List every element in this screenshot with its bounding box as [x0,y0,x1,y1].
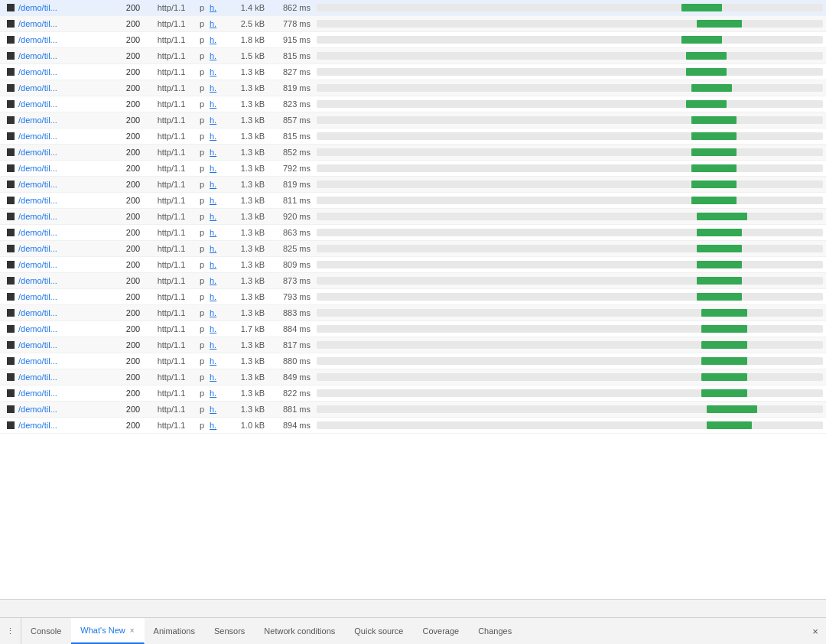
row-initiator[interactable]: h. [210,292,225,301]
row-name[interactable]: /demo/til... [18,405,118,414]
row-name[interactable]: /demo/til... [18,260,118,269]
row-name[interactable]: /demo/til... [18,228,118,237]
row-initiator[interactable]: h. [210,405,225,414]
row-checkbox[interactable] [3,4,18,11]
row-initiator[interactable]: h. [210,51,225,60]
table-row[interactable]: /demo/til... 200 http/1.1 p h. 1.3 kB 85… [0,145,826,161]
row-checkbox[interactable] [3,261,18,268]
table-row[interactable]: /demo/til... 200 http/1.1 p h. 1.3 kB 85… [0,112,826,128]
tab-close-button[interactable]: × [130,626,135,635]
row-name[interactable]: /demo/til... [18,340,118,350]
row-name[interactable]: /demo/til... [18,244,118,253]
row-checkbox[interactable] [3,213,18,220]
row-initiator[interactable]: h. [210,228,225,237]
row-checkbox[interactable] [3,20,18,28]
table-row[interactable]: /demo/til... 200 http/1.1 p h. 1.3 kB 82… [0,241,826,257]
row-initiator[interactable]: h. [210,132,225,141]
table-row[interactable]: /demo/til... 200 http/1.1 p h. 1.3 kB 82… [0,385,826,402]
row-checkbox[interactable] [3,84,18,92]
table-row[interactable]: /demo/til... 200 http/1.1 p h. 1.3 kB 82… [0,96,826,112]
row-checkbox[interactable] [3,148,18,156]
row-initiator[interactable]: h. [210,308,225,317]
row-name[interactable]: /demo/til... [18,180,118,189]
table-row[interactable]: /demo/til... 200 http/1.1 p h. 1.3 kB 79… [0,161,826,177]
row-name[interactable]: /demo/til... [18,372,118,382]
row-initiator[interactable]: h. [210,212,225,221]
row-initiator[interactable]: h. [210,35,225,44]
row-initiator[interactable]: h. [210,421,225,430]
row-initiator[interactable]: h. [210,115,225,125]
row-checkbox[interactable] [3,373,18,381]
row-checkbox[interactable] [3,36,18,44]
row-initiator[interactable]: h. [210,3,225,12]
row-name[interactable]: /demo/til... [18,276,118,285]
tab-changes[interactable]: Changes [469,618,522,644]
table-row[interactable]: /demo/til... 200 http/1.1 p h. 1.3 kB 82… [0,64,826,80]
table-row[interactable]: /demo/til... 200 http/1.1 p h. 2.5 kB 77… [0,16,826,32]
row-initiator[interactable]: h. [210,244,225,253]
row-name[interactable]: /demo/til... [18,132,118,141]
row-name[interactable]: /demo/til... [18,35,118,44]
tab-quick-source[interactable]: Quick source [345,618,413,644]
row-initiator[interactable]: h. [210,324,225,333]
drawer-toggle[interactable]: ⋮ [0,618,21,644]
table-row[interactable]: /demo/til... 200 http/1.1 p h. 1.8 kB 91… [0,32,826,48]
row-initiator[interactable]: h. [210,276,225,285]
row-checkbox[interactable] [3,357,18,365]
row-checkbox[interactable] [3,100,18,108]
row-checkbox[interactable] [3,325,18,333]
row-checkbox[interactable] [3,52,18,60]
row-name[interactable]: /demo/til... [18,3,118,12]
row-name[interactable]: /demo/til... [18,99,118,109]
row-name[interactable]: /demo/til... [18,67,118,76]
table-row[interactable]: /demo/til... 200 http/1.1 p h. 1.3 kB 88… [0,353,826,369]
row-checkbox[interactable] [3,68,18,76]
row-checkbox[interactable] [3,277,18,285]
table-row[interactable]: /demo/til... 200 http/1.1 p h. 1.3 kB 80… [0,257,826,273]
row-checkbox[interactable] [3,341,18,349]
row-checkbox[interactable] [3,181,18,188]
row-checkbox[interactable] [3,389,18,397]
table-row[interactable]: /demo/til... 200 http/1.1 p h. 1.0 kB 89… [0,418,826,434]
row-checkbox[interactable] [3,197,18,204]
row-initiator[interactable]: h. [210,99,225,109]
row-name[interactable]: /demo/til... [18,212,118,221]
row-name[interactable]: /demo/til... [18,324,118,333]
row-checkbox[interactable] [3,229,18,236]
tab-network-conditions[interactable]: Network conditions [255,618,345,644]
table-row[interactable]: /demo/til... 200 http/1.1 p h. 1.3 kB 79… [0,289,826,305]
row-name[interactable]: /demo/til... [18,389,118,398]
row-initiator[interactable]: h. [210,148,225,157]
table-row[interactable]: /demo/til... 200 http/1.1 p h. 1.3 kB 87… [0,273,826,289]
table-row[interactable]: /demo/til... 200 http/1.1 p h. 1.3 kB 92… [0,209,826,225]
tab-coverage[interactable]: Coverage [413,618,469,644]
row-name[interactable]: /demo/til... [18,148,118,157]
row-checkbox[interactable] [3,405,18,413]
row-initiator[interactable]: h. [210,83,225,93]
table-row[interactable]: /demo/til... 200 http/1.1 p h. 1.3 kB 86… [0,225,826,241]
row-name[interactable]: /demo/til... [18,115,118,125]
table-row[interactable]: /demo/til... 200 http/1.1 p h. 1.7 kB 88… [0,321,826,337]
row-initiator[interactable]: h. [210,260,225,269]
row-name[interactable]: /demo/til... [18,196,118,205]
tab-sensors[interactable]: Sensors [205,618,255,644]
row-name[interactable]: /demo/til... [18,308,118,317]
table-row[interactable]: /demo/til... 200 http/1.1 p h. 1.3 kB 81… [0,337,826,353]
tab-animations[interactable]: Animations [145,618,205,644]
tab-console[interactable]: Console [21,618,71,644]
table-row[interactable]: /demo/til... 200 http/1.1 p h. 1.3 kB 84… [0,369,826,385]
row-initiator[interactable]: h. [210,356,225,366]
row-initiator[interactable]: h. [210,389,225,398]
row-checkbox[interactable] [3,421,18,429]
table-row[interactable]: /demo/til... 200 http/1.1 p h. 1.3 kB 81… [0,177,826,193]
tab-what-s-new[interactable]: What's New× [71,618,144,644]
row-initiator[interactable]: h. [210,340,225,350]
table-row[interactable]: /demo/til... 200 http/1.1 p h. 1.3 kB 81… [0,193,826,209]
row-checkbox[interactable] [3,116,18,124]
row-initiator[interactable]: h. [210,196,225,205]
table-row[interactable]: /demo/til... 200 http/1.1 p h. 1.3 kB 81… [0,80,826,96]
table-row[interactable]: /demo/til... 200 http/1.1 p h. 1.3 kB 88… [0,305,826,321]
row-checkbox[interactable] [3,132,18,140]
table-row[interactable]: /demo/til... 200 http/1.1 p h. 1.5 kB 81… [0,48,826,64]
row-initiator[interactable]: h. [210,180,225,189]
